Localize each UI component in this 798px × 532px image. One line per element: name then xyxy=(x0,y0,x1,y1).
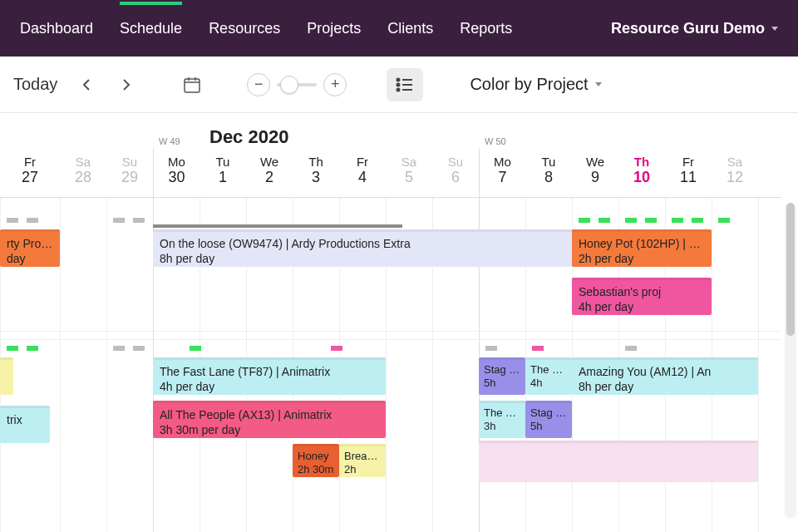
booking[interactable]: The Fas4h xyxy=(525,357,572,395)
booking[interactable]: Breakin2h xyxy=(339,444,386,477)
today-button[interactable]: Today xyxy=(10,71,61,97)
booking-title: Honey Pot (102HP) | Bee xyxy=(579,237,705,252)
booking-title: Stag Life xyxy=(484,363,520,377)
availability-mark xyxy=(7,218,18,223)
date-picker-button[interactable] xyxy=(182,75,202,95)
availability-mark xyxy=(598,218,610,223)
booking-subtitle: 4h per day xyxy=(160,380,379,395)
booking[interactable]: Stag Life5h xyxy=(525,401,572,438)
booking[interactable]: Sebastian's proj4h per day xyxy=(572,278,712,315)
booking[interactable]: Amazing You (AM12) | An8h per day xyxy=(572,357,758,395)
availability-mark xyxy=(718,218,730,223)
day-column[interactable]: W 50Mo7 xyxy=(479,148,525,197)
availability-mark xyxy=(532,346,544,351)
availability-mark xyxy=(579,218,590,223)
scroll-thumb[interactable] xyxy=(786,203,795,336)
day-column[interactable]: Fr11 xyxy=(665,148,712,197)
week-label: W 49 xyxy=(159,136,180,146)
booking-subtitle: 4h xyxy=(530,377,567,390)
booking-progress xyxy=(153,224,402,228)
zoom-out-button[interactable]: − xyxy=(247,73,270,96)
day-of-week: We xyxy=(572,155,618,169)
booking-title: On the loose (OW9474) | Ardy Productions… xyxy=(160,237,579,252)
color-by-dropdown[interactable]: Color by Project xyxy=(470,75,601,94)
day-column[interactable]: Su29 xyxy=(106,148,153,197)
nav-schedule[interactable]: Schedule xyxy=(120,20,182,37)
booking-subtitle: 2h per day xyxy=(579,252,705,267)
next-button[interactable] xyxy=(114,73,137,96)
day-of-week: Su xyxy=(432,155,479,169)
booking[interactable]: On the loose (OW9474) | Ardy Productions… xyxy=(153,229,585,267)
day-number: 1 xyxy=(200,169,246,186)
booking-title: Breakin xyxy=(344,450,381,463)
zoom-in-button[interactable]: + xyxy=(323,73,347,96)
day-number: 8 xyxy=(525,169,572,186)
booking-subtitle: 3h xyxy=(484,420,520,433)
booking-title: Amazing You (AM12) | An xyxy=(579,365,751,380)
booking[interactable]: Stag Life5h xyxy=(479,357,525,395)
prev-button[interactable] xyxy=(76,73,99,96)
booking-subtitle: 3h 30m per day xyxy=(160,423,379,438)
schedule-grid[interactable]: rty Project dayOn the loose (OW9474) | A… xyxy=(0,198,781,532)
day-of-week: Sa xyxy=(60,155,106,169)
booking[interactable]: trix xyxy=(0,406,50,443)
nav-dashboard[interactable]: Dashboard xyxy=(20,20,93,37)
day-column[interactable]: Tu8 xyxy=(525,148,572,197)
day-of-week: Mo xyxy=(480,155,525,169)
nav-projects[interactable]: Projects xyxy=(307,20,361,37)
availability-mark xyxy=(133,218,145,223)
booking[interactable] xyxy=(0,357,13,395)
day-of-week: Th xyxy=(618,155,665,169)
day-column[interactable]: Fr4 xyxy=(339,148,386,197)
day-header-row: Fr27Sa28Su29W 49Mo30Tu1We2Th3Fr4Sa5Su6W … xyxy=(0,148,781,198)
day-column[interactable]: Tu1 xyxy=(200,148,246,197)
day-of-week: We xyxy=(246,155,293,169)
day-number: 30 xyxy=(154,169,200,186)
nav-reports[interactable]: Reports xyxy=(460,20,512,37)
booking-title: The Fas xyxy=(484,406,520,420)
booking[interactable]: rty Project day xyxy=(0,229,60,267)
list-view-toggle[interactable] xyxy=(387,68,423,101)
availability-marks xyxy=(113,218,145,223)
nav-clients[interactable]: Clients xyxy=(387,20,433,37)
day-column[interactable]: Th3 xyxy=(293,148,339,197)
availability-marks xyxy=(532,346,544,351)
toolbar: Today − + Color by Project xyxy=(0,57,798,113)
availability-mark xyxy=(331,346,342,351)
day-column[interactable]: Fr27 xyxy=(0,148,60,197)
booking-title: All The People (AX13) | Animatrix xyxy=(160,408,379,423)
booking[interactable]: Honey 2h 30m xyxy=(293,444,339,477)
day-column[interactable]: Sa12 xyxy=(712,148,758,197)
day-number: 6 xyxy=(432,169,479,186)
nav-resources[interactable]: Resources xyxy=(209,20,280,37)
zoom-handle[interactable] xyxy=(280,76,298,94)
availability-mark xyxy=(7,346,18,351)
day-column[interactable]: Sa28 xyxy=(60,148,106,197)
availability-marks xyxy=(579,218,610,223)
day-column[interactable]: We9 xyxy=(572,148,618,197)
day-number: 10 xyxy=(618,169,665,186)
booking[interactable]: The Fast Lane (TF87) | Animatrix4h per d… xyxy=(153,357,386,395)
chevron-right-icon xyxy=(119,78,132,91)
day-column[interactable]: We2 xyxy=(246,148,293,197)
day-column[interactable]: Sa5 xyxy=(386,148,432,197)
availability-marks xyxy=(7,218,38,223)
svg-point-6 xyxy=(397,83,400,86)
day-column[interactable]: Th10 xyxy=(618,148,665,197)
zoom-slider[interactable] xyxy=(277,83,317,86)
vertical-scrollbar[interactable] xyxy=(785,203,796,519)
booking-subtitle: day xyxy=(7,252,53,267)
booking-title: The Fast Lane (TF87) | Animatrix xyxy=(160,365,379,380)
booking-subtitle: 4h per day xyxy=(579,300,705,315)
booking[interactable] xyxy=(479,441,758,482)
day-of-week: Fr xyxy=(339,155,386,169)
day-column[interactable]: Su6 xyxy=(432,148,479,197)
booking[interactable]: Honey Pot (102HP) | Bee2h per day xyxy=(572,229,712,267)
booking[interactable]: The Fas3h xyxy=(479,401,525,438)
day-of-week: Fr xyxy=(0,155,60,169)
day-of-week: Fr xyxy=(665,155,712,169)
booking-subtitle: 2h xyxy=(344,463,381,476)
account-switcher[interactable]: Resource Guru Demo xyxy=(611,20,778,37)
booking[interactable]: All The People (AX13) | Animatrix3h 30m … xyxy=(153,401,386,438)
day-column[interactable]: W 49Mo30 xyxy=(153,148,200,197)
